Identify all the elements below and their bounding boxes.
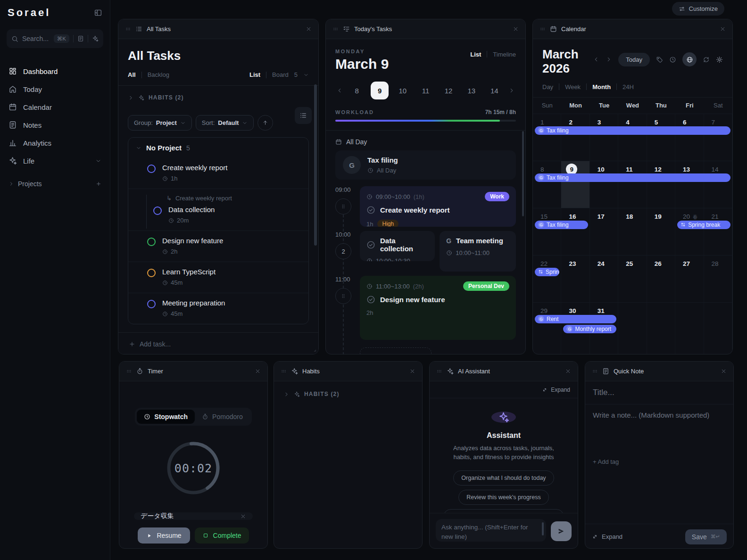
calendar-day[interactable]: 21 [704, 208, 732, 255]
date-pill[interactable]: 10 [394, 82, 412, 99]
calendar-day[interactable]: 17 [590, 208, 618, 255]
close-icon[interactable] [513, 26, 519, 32]
event-card[interactable]: GTeam meeting10:00~11:00 [440, 231, 516, 272]
task-checkbox[interactable] [147, 165, 156, 173]
task-checkbox[interactable] [147, 238, 156, 246]
allday-event-card[interactable]: G Tax filing All Day [335, 150, 516, 180]
calendar-day[interactable] [704, 303, 732, 354]
calendar-day[interactable]: 12 [647, 161, 675, 208]
slot-drag-handle[interactable] [335, 288, 351, 304]
habits-section-toggle[interactable]: HABITS (2) [128, 94, 309, 101]
group-by-dropdown[interactable]: Group: Project [128, 115, 192, 131]
send-button[interactable] [551, 521, 572, 541]
chevron-right-icon[interactable] [508, 87, 515, 94]
task-checkbox[interactable] [147, 300, 156, 308]
calendar-day[interactable]: 22 [533, 255, 561, 302]
drag-handle-icon[interactable] [540, 26, 546, 32]
tab-all[interactable]: All [128, 71, 136, 78]
view-list[interactable]: List [249, 71, 260, 78]
task-row[interactable]: Meeting preparation45m [128, 293, 308, 324]
sort-direction-button[interactable] [257, 115, 273, 131]
date-pill[interactable]: 13 [463, 82, 481, 99]
drag-handle-icon[interactable] [126, 368, 132, 374]
calendar-day[interactable]: 15 [533, 208, 561, 255]
add-task-button[interactable]: Add task... [118, 332, 318, 354]
calendar-event-bar[interactable]: GTax filing [535, 173, 730, 182]
tab-pomodoro[interactable]: Pomodoro [195, 410, 250, 424]
tab-stopwatch[interactable]: Stopwatch [137, 410, 195, 424]
date-pill[interactable]: 9 [371, 82, 389, 99]
resize-handle[interactable] [312, 347, 316, 352]
drag-handle-icon[interactable] [125, 26, 131, 32]
view-list[interactable]: List [470, 51, 481, 58]
sidebar-item-notes[interactable]: Notes [0, 116, 110, 134]
suggestion-chip[interactable]: What's my recent habit completion rate? [443, 509, 564, 513]
task-row[interactable]: Data collection20m [153, 202, 308, 229]
suggestion-chip[interactable]: Organize what I should do today [453, 470, 554, 486]
date-pill[interactable]: 11 [417, 82, 435, 99]
chevron-left-icon[interactable] [336, 87, 343, 94]
tab-backlog[interactable]: Backlog [148, 71, 169, 78]
calendar-day[interactable]: 25 [618, 255, 647, 302]
calendar-day[interactable]: 3 [590, 114, 618, 161]
resume-button[interactable]: Resume [138, 527, 190, 544]
ai-input[interactable] [436, 519, 546, 542]
new-note-icon[interactable] [77, 35, 84, 42]
calendar-day[interactable]: 2 [561, 114, 589, 161]
drag-handle-icon[interactable] [332, 26, 339, 32]
expand-button[interactable]: Expand [430, 381, 578, 398]
calendar-day[interactable]: 16 [561, 208, 589, 255]
scrollbar[interactable] [314, 84, 317, 246]
prev-month-icon[interactable] [593, 56, 599, 63]
list-view-button[interactable] [295, 107, 312, 124]
close-icon[interactable] [306, 26, 312, 32]
note-title-input[interactable] [593, 388, 726, 397]
search-box[interactable]: ⌘K [7, 29, 103, 48]
sidebar-item-dashboard[interactable]: Dashboard [0, 62, 110, 80]
sort-dropdown[interactable]: Sort: Default [196, 115, 254, 131]
close-icon[interactable] [255, 368, 261, 374]
sidebar-collapse-icon[interactable] [94, 8, 102, 17]
sidebar-item-analytics[interactable]: Analytics [0, 134, 110, 152]
calendar-day[interactable]: 13 [675, 161, 704, 208]
complete-button[interactable]: Complete [195, 527, 249, 544]
sidebar-item-life[interactable]: Life [0, 152, 110, 170]
note-body-input[interactable] [593, 411, 726, 444]
calendar-day[interactable]: 14 [704, 161, 732, 208]
sidebar-item-calendar[interactable]: Calendar [0, 98, 110, 116]
slot-drag-handle[interactable] [335, 198, 351, 214]
calendar-day[interactable]: 19 [647, 208, 675, 255]
sidebar-item-projects[interactable]: Projects [0, 180, 110, 188]
search-input[interactable] [22, 35, 50, 42]
sidebar-item-today[interactable]: Today [0, 80, 110, 98]
close-icon[interactable] [720, 26, 726, 32]
calendar-day[interactable]: 27 [675, 255, 704, 302]
calendar-day[interactable] [618, 303, 647, 354]
calendar-event-bar[interactable]: GTax filing [535, 221, 588, 229]
calendar-day[interactable]: 7 [704, 114, 732, 161]
clear-icon[interactable] [240, 513, 246, 519]
add-project-icon[interactable] [96, 181, 101, 187]
expand-button[interactable]: Expand [592, 533, 622, 540]
close-icon[interactable] [565, 368, 571, 374]
calendar-day[interactable]: 29 [533, 303, 561, 354]
date-pill[interactable]: 14 [485, 82, 503, 99]
close-icon[interactable] [721, 368, 727, 374]
event-card[interactable]: 09:00~10:00(1h)WorkCreate weekly report1… [360, 186, 516, 227]
suggestion-chip[interactable]: Review this week's progress [458, 490, 548, 505]
group-header[interactable]: No Project 5 [128, 138, 308, 158]
scrollbar[interactable] [522, 131, 524, 216]
calendar-day[interactable]: 10 [590, 161, 618, 208]
calendar-day[interactable]: 23 [561, 255, 589, 302]
calendar-event-bar[interactable]: Spring break [677, 221, 730, 229]
gear-icon[interactable] [716, 56, 723, 63]
calendar-event-bar[interactable]: Spring... [535, 268, 559, 276]
chevron-down-icon[interactable] [303, 72, 309, 78]
calendar-day[interactable]: 8 [533, 161, 561, 208]
slot-drag-handle[interactable]: 2 [335, 243, 351, 259]
next-month-icon[interactable] [606, 56, 612, 63]
task-checkbox[interactable] [153, 206, 162, 215]
view-board[interactable]: Board [272, 71, 289, 78]
calendar-day[interactable]: 20春分... [675, 208, 704, 255]
ai-search-icon[interactable] [92, 35, 99, 42]
